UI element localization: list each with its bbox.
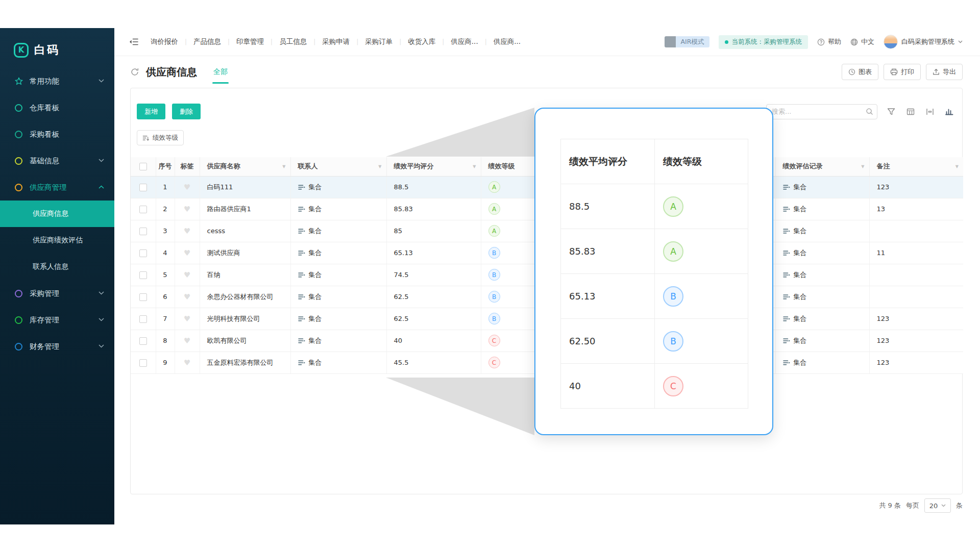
menu-fold-icon[interactable]: [129, 38, 138, 45]
cell-note: 123: [869, 330, 963, 352]
record-collection-link[interactable]: 集合: [783, 248, 807, 258]
record-collection-link[interactable]: 集合: [783, 183, 807, 192]
col-header-note[interactable]: 备注▼: [869, 157, 963, 176]
brand-logo[interactable]: K 白码: [0, 28, 114, 65]
cell-record: 集合: [775, 198, 869, 220]
row-checkbox[interactable]: [139, 249, 147, 257]
favorite-heart-icon[interactable]: ♥: [184, 248, 190, 258]
col-header-index[interactable]: 序号: [156, 157, 175, 176]
export-button[interactable]: 导出: [926, 64, 963, 80]
add-button[interactable]: 新增: [137, 104, 165, 119]
filter-funnel-icon[interactable]: [886, 106, 897, 117]
sidebar-item-purchase-management[interactable]: 采购管理: [0, 280, 114, 307]
record-collection-link[interactable]: 集合: [783, 314, 807, 323]
sidebar-subitem-supplier-performance-evaluation[interactable]: 供应商绩效评估: [0, 227, 114, 254]
row-checkbox[interactable]: [139, 228, 147, 235]
contact-collection-link[interactable]: 集合: [298, 336, 322, 345]
sidebar-item-warehouse-board[interactable]: 仓库看板: [0, 94, 114, 121]
cell-tag: ♥: [175, 308, 200, 330]
collection-icon: [298, 184, 305, 190]
row-checkbox[interactable]: [139, 315, 147, 323]
favorite-heart-icon[interactable]: ♥: [184, 314, 190, 323]
filter-caret-icon[interactable]: ▼: [473, 164, 476, 169]
column-settings-icon[interactable]: [905, 106, 916, 117]
refresh-icon[interactable]: [130, 67, 139, 77]
col-header-record[interactable]: 绩效评估记录▼: [775, 157, 869, 176]
account-menu[interactable]: 白码采购管理系统: [884, 35, 963, 49]
sidebar-item-supplier-management[interactable]: 供应商管理: [0, 174, 114, 201]
contact-collection-link[interactable]: 集合: [298, 270, 322, 280]
row-checkbox[interactable]: [139, 184, 147, 191]
contact-collection-link[interactable]: 集合: [298, 227, 322, 236]
delete-button[interactable]: 删除: [172, 104, 201, 119]
sidebar-item-purchase-board[interactable]: 采购看板: [0, 121, 114, 147]
topnav-tab[interactable]: 供应商...: [451, 37, 478, 46]
sidebar-item-finance-management[interactable]: 财务管理: [0, 333, 114, 360]
topnav-tab[interactable]: 产品信息: [193, 37, 221, 46]
filter-caret-icon[interactable]: ▼: [378, 164, 381, 169]
record-collection-link[interactable]: 集合: [783, 227, 807, 236]
search-icon[interactable]: [866, 108, 873, 117]
filter-caret-icon[interactable]: ▼: [955, 164, 959, 169]
col-header-score[interactable]: 绩效平均评分▼: [386, 157, 481, 176]
topnav-tab[interactable]: 供应商...: [494, 37, 521, 46]
chart-button[interactable]: 图表: [842, 64, 878, 80]
expand-columns-icon[interactable]: [924, 106, 936, 117]
language-switcher[interactable]: 中文: [850, 37, 874, 46]
chart-view-icon[interactable]: [944, 106, 955, 117]
sidebar-subitem-supplier-info[interactable]: 供应商信息: [0, 201, 114, 227]
contact-collection-link[interactable]: 集合: [298, 183, 322, 192]
favorite-heart-icon[interactable]: ♥: [184, 336, 190, 345]
contact-collection-link[interactable]: 集合: [298, 358, 322, 367]
record-collection-link[interactable]: 集合: [783, 292, 807, 302]
col-header-contact[interactable]: 联系人▼: [290, 157, 386, 176]
topnav-tab[interactable]: 印章管理: [236, 37, 264, 46]
topnav-tab[interactable]: 询价报价: [151, 37, 178, 46]
favorite-heart-icon[interactable]: ♥: [184, 358, 190, 367]
record-collection-label: 集合: [794, 314, 807, 323]
row-checkbox[interactable]: [139, 293, 147, 301]
favorite-heart-icon[interactable]: ♥: [184, 270, 190, 280]
col-header-grade[interactable]: 绩效等级: [481, 157, 538, 176]
topnav-tab[interactable]: 收货入库: [408, 37, 435, 46]
favorite-heart-icon[interactable]: ♥: [184, 205, 190, 214]
record-collection-link[interactable]: 集合: [783, 336, 807, 345]
chevron-down-icon: [99, 159, 104, 162]
help-link[interactable]: 帮助: [817, 37, 841, 46]
favorite-heart-icon[interactable]: ♥: [184, 292, 190, 302]
contact-collection-link[interactable]: 集合: [298, 314, 322, 323]
search-input[interactable]: [766, 104, 877, 119]
filter-caret-icon[interactable]: ▼: [861, 164, 864, 169]
sidebar-item-basic-info[interactable]: 基础信息: [0, 147, 114, 174]
air-mode-toggle[interactable]: AIR模式: [665, 36, 709, 47]
col-header-supplier-name[interactable]: 供应商名称▼: [200, 157, 290, 176]
tab-all[interactable]: 全部: [212, 56, 229, 88]
sidebar-subitem-contact-info[interactable]: 联系人信息: [0, 254, 114, 280]
favorite-heart-icon[interactable]: ♥: [184, 183, 190, 192]
filter-caret-icon[interactable]: ▼: [282, 164, 285, 169]
contact-collection-link[interactable]: 集合: [298, 292, 322, 302]
record-collection-link[interactable]: 集合: [783, 205, 807, 214]
row-checkbox[interactable]: [139, 359, 147, 367]
row-checkbox[interactable]: [139, 206, 147, 213]
print-button[interactable]: 打印: [884, 64, 921, 80]
row-checkbox[interactable]: [139, 337, 147, 345]
page-size-select[interactable]: 20: [924, 498, 951, 513]
grade-filter-chip[interactable]: 绩效等级: [137, 130, 184, 145]
topnav-tab[interactable]: 采购申请: [322, 37, 350, 46]
topnav-tab[interactable]: 采购订单: [365, 37, 393, 46]
cell-score: 85.83: [386, 198, 481, 220]
topnav-tab[interactable]: 员工信息: [279, 37, 307, 46]
record-collection-link[interactable]: 集合: [783, 270, 807, 280]
contact-collection-link[interactable]: 集合: [298, 205, 322, 214]
sidebar-item-inventory-management[interactable]: 库存管理: [0, 307, 114, 333]
favorite-heart-icon[interactable]: ♥: [184, 227, 190, 236]
select-all-checkbox[interactable]: [139, 163, 147, 170]
row-checkbox[interactable]: [139, 271, 147, 279]
contact-collection-link[interactable]: 集合: [298, 248, 322, 258]
chart-button-label: 图表: [859, 67, 872, 77]
cell-select: [131, 242, 156, 264]
col-header-tag[interactable]: 标签: [175, 157, 200, 176]
record-collection-link[interactable]: 集合: [783, 358, 807, 367]
sidebar-item-common-functions[interactable]: 常用功能: [0, 68, 114, 94]
